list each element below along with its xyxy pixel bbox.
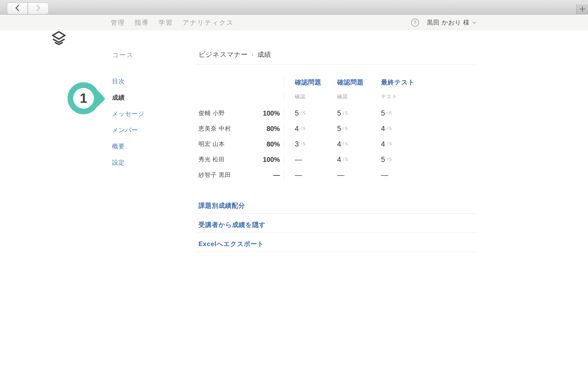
sidebar-item-message[interactable]: メッセージ xyxy=(112,110,144,126)
breadcrumb-course[interactable]: ビジネスマナー xyxy=(198,50,248,59)
column-header-final-test[interactable]: 最終テスト xyxy=(381,78,440,87)
score-value: 4 xyxy=(381,125,385,133)
student-name: 俊輔 小野 xyxy=(198,109,225,117)
breadcrumb: ビジネスマナー › 成績 xyxy=(198,50,271,59)
table-row: 紗智子 黒田 — — — — xyxy=(198,169,465,181)
total-percent: 100% xyxy=(263,109,280,117)
sidebar-item-mokuji[interactable]: 目次 xyxy=(112,77,144,93)
forward-button[interactable] xyxy=(28,3,49,14)
table-row: 恵美奈 中村 80% 4/ 5 5/ 5 4/ 5 xyxy=(198,123,465,134)
total-percent: — xyxy=(273,171,280,179)
help-button[interactable]: ? xyxy=(411,19,419,27)
grades-header-row: 確認問題 確認問題 最終テスト xyxy=(198,77,465,88)
total-percent: 80% xyxy=(267,125,280,133)
breadcrumb-divider xyxy=(196,64,478,65)
table-row: 俊輔 小野 100% 5/ 5 5/ 5 5/ 5 xyxy=(198,107,465,119)
nav-item-kanri[interactable]: 管理 xyxy=(111,18,125,27)
score-value: — xyxy=(337,171,344,179)
grades-subheader-row: 確認 確認 テスト xyxy=(198,92,465,101)
grades-table: 確認問題 確認問題 最終テスト 確認 確認 テスト 俊輔 小野 100% 5/ … xyxy=(198,77,465,185)
score-max: / 5 xyxy=(301,142,305,146)
sidebar-item-seiseki[interactable]: 成績 xyxy=(112,93,144,110)
nav-item-shido[interactable]: 指導 xyxy=(135,18,149,27)
table-row: 明宏 山本 80% 3/ 5 4/ 5 4/ 5 xyxy=(198,138,465,150)
student-name: 明宏 山本 xyxy=(198,140,225,148)
back-button[interactable] xyxy=(7,3,28,14)
total-percent: 100% xyxy=(263,156,280,164)
score-max: / 5 xyxy=(301,126,305,131)
breadcrumb-separator-icon: › xyxy=(252,51,254,58)
action-grade-distribution[interactable]: 課題別成績配分 xyxy=(196,201,478,214)
score-value: 5 xyxy=(337,109,341,117)
column-header-kakunin-2[interactable]: 確認問題 xyxy=(337,78,381,87)
score-value: 5 xyxy=(295,109,299,117)
plus-icon xyxy=(579,6,586,14)
step-number: 1 xyxy=(73,88,94,109)
chevron-right-icon xyxy=(36,5,40,12)
score-value: — xyxy=(295,171,302,179)
page: 管理 指導 学習 アナリティクス ? 黒田 かおり 様 コース 目次 成績 メッ… xyxy=(0,0,588,367)
score-value: 5 xyxy=(381,109,385,117)
score-value: 5 xyxy=(337,125,341,133)
score-value: — xyxy=(381,171,388,179)
header-right: ? 黒田 かおり 様 xyxy=(411,15,476,30)
layers-icon xyxy=(52,41,66,46)
sidebar-item-gaiyo[interactable]: 概要 xyxy=(112,142,144,158)
score-max: / 5 xyxy=(387,157,392,162)
student-name: 紗智子 黒田 xyxy=(198,171,231,179)
action-export-excel[interactable]: Excelへエクスポート xyxy=(196,240,478,252)
score-max: / 5 xyxy=(387,111,392,116)
student-name: 恵美奈 中村 xyxy=(198,125,231,133)
score-value: 4 xyxy=(337,140,341,148)
chevron-down-icon xyxy=(472,20,476,25)
column-header-kakunin-1[interactable]: 確認問題 xyxy=(284,77,337,88)
sidebar-title: コース xyxy=(112,51,134,59)
score-max: / 5 xyxy=(387,142,392,146)
nav-item-analytics[interactable]: アナリティクス xyxy=(183,18,234,27)
main-nav: 管理 指導 学習 アナリティクス xyxy=(111,15,234,30)
score-max: / 5 xyxy=(343,126,348,131)
score-value: 4 xyxy=(337,156,341,164)
app-header: 管理 指導 学習 アナリティクス ? 黒田 かおり 様 xyxy=(0,15,588,30)
chevron-left-icon xyxy=(15,5,19,12)
score-max: / 5 xyxy=(301,111,305,116)
question-icon: ? xyxy=(413,20,416,26)
user-menu[interactable]: 黒田 かおり 様 xyxy=(427,18,476,27)
browser-chrome-bar xyxy=(0,0,588,15)
total-percent: 80% xyxy=(267,140,280,148)
score-value: 3 xyxy=(295,140,299,148)
score-max: / 5 xyxy=(387,126,392,131)
score-value: — xyxy=(295,156,302,164)
action-hide-grades[interactable]: 受講者から成績を隠す xyxy=(196,221,478,233)
sidebar-nav: 目次 成績 メッセージ メンバー 概要 設定 xyxy=(112,77,144,175)
user-name: 黒田 かおり 様 xyxy=(427,18,470,27)
student-name: 秀光 松田 xyxy=(198,156,225,164)
score-value: 5 xyxy=(381,156,385,164)
table-row: 秀光 松田 100% — 4/ 5 5/ 5 xyxy=(198,154,465,165)
sidebar-item-member[interactable]: メンバー xyxy=(112,126,144,142)
score-max: / 5 xyxy=(343,111,348,116)
score-max: / 5 xyxy=(343,157,348,162)
nav-item-gakushu[interactable]: 学習 xyxy=(159,18,173,27)
column-subheader-2: 確認 xyxy=(337,93,381,100)
score-value: 4 xyxy=(381,140,385,148)
new-tab-button[interactable] xyxy=(576,4,588,15)
step-badge: 1 xyxy=(68,82,105,114)
score-value: 4 xyxy=(295,125,299,133)
column-subheader-1: 確認 xyxy=(284,92,337,101)
breadcrumb-page: 成績 xyxy=(257,50,271,59)
grade-actions: 課題別成績配分 受講者から成績を隠す Excelへエクスポート xyxy=(196,201,478,259)
sidebar-item-settei[interactable]: 設定 xyxy=(112,158,144,175)
app-logo[interactable] xyxy=(52,31,66,46)
column-subheader-3: テスト xyxy=(381,93,440,100)
score-max: / 5 xyxy=(343,142,348,146)
